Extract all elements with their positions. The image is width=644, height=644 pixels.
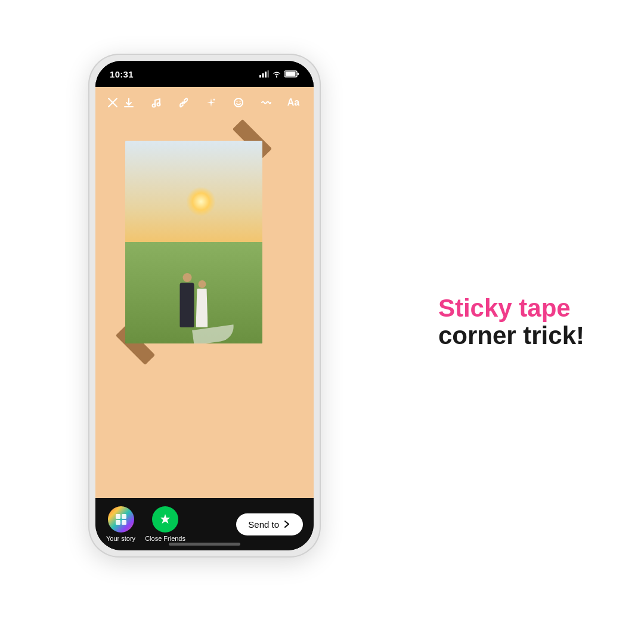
svg-rect-6: [286, 72, 296, 76]
sun-glow: [186, 187, 216, 216]
home-indicator: [169, 543, 240, 546]
toolbar-right-icons: Aa: [119, 93, 303, 112]
text-icon[interactable]: Aa: [284, 93, 303, 112]
svg-point-11: [157, 103, 160, 106]
chevron-right-icon: [283, 520, 291, 528]
svg-point-10: [153, 104, 156, 107]
svg-point-12: [213, 99, 215, 101]
send-to-label: Send to: [248, 519, 279, 530]
svg-rect-1: [262, 73, 264, 78]
toolbar: Aa: [95, 87, 314, 118]
story-area: [95, 87, 314, 498]
sparkle-icon[interactable]: [202, 93, 221, 112]
svg-point-15: [240, 101, 241, 103]
svg-rect-16: [116, 514, 120, 519]
svg-point-14: [237, 101, 238, 103]
star-icon: [158, 512, 172, 527]
send-to-button[interactable]: Send to: [236, 513, 303, 535]
status-time: 10:31: [110, 69, 134, 79]
svg-rect-19: [122, 520, 126, 525]
sound-icon[interactable]: [256, 93, 275, 112]
wifi-icon: [272, 70, 281, 78]
close-friends-label: Close Friends: [145, 535, 185, 542]
your-story-icon: [108, 506, 134, 532]
close-icon[interactable]: [106, 93, 119, 112]
status-icons: [259, 70, 299, 78]
grid-icon: [114, 512, 128, 527]
phone-notch: [166, 61, 243, 78]
story-photo: [125, 141, 262, 343]
svg-rect-17: [122, 514, 126, 519]
svg-point-13: [234, 98, 243, 107]
text-icon-label: Aa: [287, 97, 299, 108]
link-icon[interactable]: [174, 93, 193, 112]
headline-line2: corner trick!: [438, 322, 584, 349]
download-icon[interactable]: [119, 93, 138, 112]
phone-mockup: 10:31: [88, 54, 321, 558]
svg-rect-18: [116, 520, 120, 525]
svg-rect-5: [298, 73, 299, 75]
headline-line1: Sticky tape: [438, 295, 584, 322]
signal-icon: [259, 70, 269, 78]
emoji-icon[interactable]: [229, 93, 248, 112]
close-friends-icon: [152, 506, 178, 532]
your-story-label: Your story: [106, 535, 135, 542]
close-friends-option[interactable]: Close Friends: [145, 506, 185, 542]
svg-rect-3: [268, 70, 270, 78]
battery-icon: [284, 70, 299, 78]
svg-rect-2: [265, 72, 267, 78]
story-photo-container: [125, 141, 262, 343]
phone-inner: 10:31: [95, 61, 314, 550]
svg-rect-0: [259, 75, 261, 78]
page-container: 10:31: [0, 0, 644, 644]
music-icon[interactable]: [147, 93, 166, 112]
your-story-option[interactable]: Your story: [106, 506, 135, 542]
text-content: Sticky tape corner trick!: [438, 295, 584, 349]
